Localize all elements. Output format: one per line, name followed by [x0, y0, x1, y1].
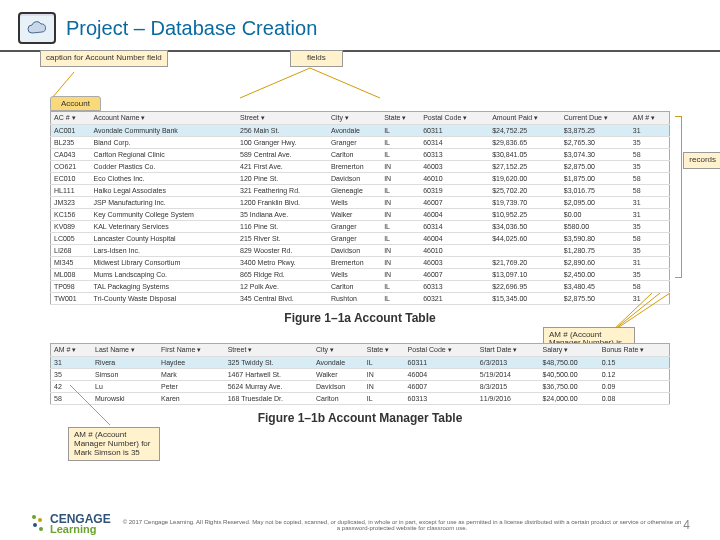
logo-dots	[30, 513, 46, 536]
table-row[interactable]: JM323JSP Manufacturing Inc.1200 Franklin…	[51, 197, 670, 209]
col-header[interactable]: Last Name ▾	[92, 344, 158, 357]
table-row[interactable]: TW001Tri-County Waste Disposal345 Centra…	[51, 293, 670, 305]
col-header[interactable]: Current Due ▾	[561, 112, 630, 125]
account-table-wrap: Account AC # ▾Account Name ▾Street ▾City…	[50, 92, 670, 305]
table-row[interactable]: 31RiveraHaydee325 Twiddy St.AvondaleIL60…	[51, 357, 670, 369]
col-header[interactable]: First Name ▾	[158, 344, 225, 357]
account-tab[interactable]: Account	[50, 96, 101, 111]
col-header[interactable]: Street ▾	[237, 112, 328, 125]
col-header[interactable]: City ▾	[328, 112, 381, 125]
table-row[interactable]: 35SimsonMark1467 Hartwell St.WalkerIN460…	[51, 369, 670, 381]
figure-caption-a: Figure 1–1a Account Table	[50, 311, 670, 325]
table-row[interactable]: EC010Eco Clothes Inc.120 Pine St.Davidso…	[51, 173, 670, 185]
table-row[interactable]: LC005Lancaster County Hospital215 River …	[51, 233, 670, 245]
footer: CENGAGE Learning © 2017 Cengage Learning…	[0, 513, 720, 536]
cloud-icon	[18, 12, 56, 44]
svg-point-10	[39, 527, 43, 531]
table-row[interactable]: ML008Mums Landscaping Co.865 Ridge Rd.We…	[51, 269, 670, 281]
page-number: 4	[683, 518, 690, 532]
svg-point-7	[32, 515, 36, 519]
table-row[interactable]: CA043Carlton Regional Clinic589 Central …	[51, 149, 670, 161]
table-row[interactable]: BL235Bland Corp.100 Granger Hwy.GrangerI…	[51, 137, 670, 149]
col-header[interactable]: Start Date ▾	[477, 344, 540, 357]
page-title: Project – Database Creation	[66, 17, 317, 40]
col-header[interactable]: State ▾	[381, 112, 420, 125]
table-row[interactable]: LI268Lars-Idsen Inc.829 Wooster Rd.David…	[51, 245, 670, 257]
col-header[interactable]: AM # ▾	[630, 112, 670, 125]
table-row[interactable]: MI345Midwest Library Consortium3400 Metr…	[51, 257, 670, 269]
col-header[interactable]: Account Name ▾	[91, 112, 238, 125]
content-area: caption for Account Number field fields …	[0, 52, 720, 461]
table-row[interactable]: 58MurowskiKaren168 Truesdale Dr.CarltonI…	[51, 393, 670, 405]
table-row[interactable]: TP098TAL Packaging Systems12 Polk Ave.Ca…	[51, 281, 670, 293]
col-header[interactable]: Bonus Rate ▾	[599, 344, 670, 357]
table-row[interactable]: AC001Avondale Community Bank256 Main St.…	[51, 125, 670, 137]
table-row[interactable]: KV089KAL Veterinary Services116 Pine St.…	[51, 221, 670, 233]
col-header[interactable]: State ▾	[364, 344, 405, 357]
callout-records: records	[683, 152, 720, 169]
table-row[interactable]: KC156Key Community College System35 Indi…	[51, 209, 670, 221]
account-table: AC # ▾Account Name ▾Street ▾City ▾State …	[50, 111, 670, 305]
callout-fields: fields	[290, 50, 343, 67]
col-header[interactable]: AM # ▾	[51, 344, 93, 357]
copyright-text: © 2017 Cengage Learning. All Rights Rese…	[121, 519, 684, 531]
callout-am35-b: AM # (Account Manager Number) for Mark S…	[68, 427, 160, 461]
cengage-logo: CENGAGE Learning	[50, 514, 111, 535]
svg-point-8	[38, 518, 42, 522]
col-header[interactable]: Postal Code ▾	[405, 344, 477, 357]
col-header[interactable]: Postal Code ▾	[420, 112, 489, 125]
col-header[interactable]: Street ▾	[225, 344, 313, 357]
svg-point-9	[33, 523, 37, 527]
col-header[interactable]: City ▾	[313, 344, 364, 357]
col-header[interactable]: Salary ▾	[540, 344, 599, 357]
figure-caption-b: Figure 1–1b Account Manager Table	[50, 411, 670, 425]
col-header[interactable]: AC # ▾	[51, 112, 91, 125]
table-row[interactable]: HL111Halko Legal Associates321 Featherin…	[51, 185, 670, 197]
callout-caption: caption for Account Number field	[40, 50, 168, 67]
account-manager-table: AM # ▾Last Name ▾First Name ▾Street ▾Cit…	[50, 343, 670, 405]
col-header[interactable]: Amount Paid ▾	[489, 112, 561, 125]
manager-table-wrap: AM # ▾Last Name ▾First Name ▾Street ▾Cit…	[50, 343, 670, 405]
table-row[interactable]: CO621Codder Plastics Co.421 First Ave.Br…	[51, 161, 670, 173]
table-row[interactable]: 42LuPeter5624 Murray Ave.DavidsonIN46007…	[51, 381, 670, 393]
page-header: Project – Database Creation	[0, 0, 720, 52]
records-bracket	[675, 116, 682, 278]
